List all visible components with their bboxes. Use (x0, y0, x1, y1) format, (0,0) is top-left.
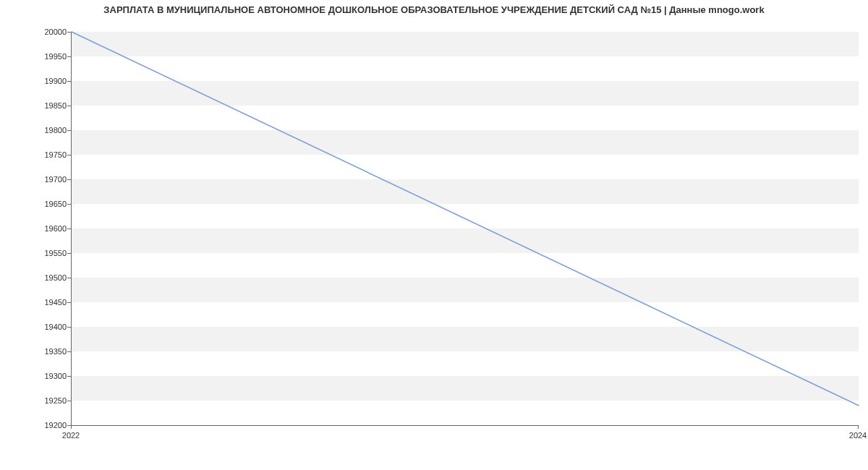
y-tick-label: 19300 (1, 372, 67, 380)
chart-container: ЗАРПЛАТА В МУНИЦИПАЛЬНОЕ АВТОНОМНОЕ ДОШК… (0, 0, 868, 470)
y-tick-label: 19550 (1, 249, 67, 257)
y-tick-label: 19900 (1, 77, 67, 85)
y-tick-label: 19650 (1, 200, 67, 208)
line-series (72, 32, 859, 425)
y-tick-label: 19500 (1, 273, 67, 282)
y-tick-label: 19950 (1, 52, 67, 61)
y-tick-label: 19400 (1, 322, 67, 331)
x-tick-label: 2022 (62, 431, 80, 440)
y-tick-label: 19450 (1, 298, 67, 307)
x-tick-label: 2024 (849, 431, 867, 440)
y-tick-label: 19350 (1, 347, 67, 356)
y-tick-label: 19250 (1, 396, 67, 405)
y-tick-label: 19850 (1, 101, 67, 110)
y-tick-label: 20000 (1, 27, 67, 36)
y-tick-label: 19750 (1, 150, 67, 159)
plot-area (71, 32, 859, 426)
y-tick-label: 19700 (1, 175, 67, 184)
y-tick-label: 19800 (1, 126, 67, 134)
y-tick-label: 19200 (1, 421, 67, 430)
y-tick-label: 19600 (1, 224, 67, 233)
chart-title: ЗАРПЛАТА В МУНИЦИПАЛЬНОЕ АВТОНОМНОЕ ДОШК… (0, 4, 868, 15)
